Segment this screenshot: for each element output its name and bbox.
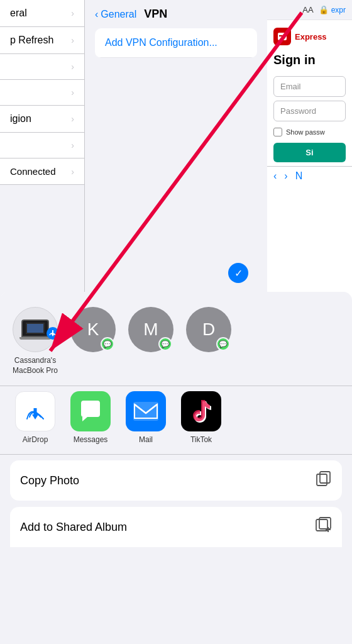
express-panel: AA 🔒 expr Express Sign in Email Password… — [267, 0, 352, 302]
airdrop-label: AirDrop — [23, 435, 48, 444]
person-item-d[interactable]: D 💬 — [184, 307, 234, 356]
settings-chevron: › — [71, 167, 74, 177]
airdrop-app-icon — [15, 391, 55, 431]
vpn-header: ‹ General VPN — [85, 0, 267, 28]
svg-rect-8 — [320, 472, 330, 483]
people-row: Cassandra'sMacBook Pro K 💬 M 💬 — [10, 302, 342, 386]
copy-photo-row[interactable]: Copy Photo — [10, 460, 342, 501]
settings-item-label: eral — [10, 8, 27, 19]
person-initial-d: D — [202, 319, 215, 340]
settings-item-label: igion — [10, 113, 31, 125]
settings-chevron: › — [71, 35, 74, 45]
nav-forward-button[interactable]: › — [284, 170, 287, 182]
show-password-label: Show passw — [286, 128, 325, 136]
lock-icon: 🔒 — [319, 5, 329, 14]
connected-label: Connected — [10, 166, 56, 177]
tiktok-label: TikTok — [190, 435, 212, 444]
share-sheet-inner: Cassandra'sMacBook Pro K 💬 M 💬 — [0, 292, 352, 557]
settings-connected[interactable]: Connected › — [0, 158, 84, 185]
macbook-screen — [21, 319, 49, 337]
app-item-airdrop[interactable]: AirDrop — [10, 391, 60, 444]
person-item-k[interactable]: K 💬 — [68, 307, 118, 356]
vpn-connected-checkmark: ✓ — [228, 263, 248, 283]
add-vpn-config-button[interactable]: Add VPN Configuration... — [95, 28, 257, 58]
person-item-m[interactable]: M 💬 — [126, 307, 176, 356]
settings-item-label: p Refresh — [10, 35, 53, 46]
vpn-empty-area — [85, 58, 267, 234]
express-logo-text: Express — [295, 32, 327, 42]
person-name-macbook: Cassandra'sMacBook Pro — [13, 356, 58, 375]
express-signin-title: Sign in — [267, 48, 352, 72]
browser-nav: ‹ › N — [267, 166, 352, 186]
settings-item-6[interactable]: › — [0, 133, 84, 158]
svg-rect-1 — [279, 35, 285, 36]
messages-icon: 💬 — [161, 340, 170, 348]
share-sheet: Cassandra'sMacBook Pro K 💬 M 💬 — [0, 292, 352, 644]
apps-row: AirDrop Messages — [10, 386, 342, 454]
settings-chevron: › — [71, 87, 74, 97]
add-to-album-label: Add to Shared Album — [20, 521, 127, 534]
vpn-back-label: General — [101, 9, 136, 20]
message-badge-m: 💬 — [158, 337, 172, 351]
macbook-avatar — [13, 307, 58, 352]
express-logo-icon — [273, 28, 291, 45]
copy-photo-label: Copy Photo — [20, 474, 79, 487]
vpn-title: VPN — [144, 8, 167, 21]
svg-rect-7 — [317, 474, 327, 486]
copy-photo-icon — [316, 470, 332, 491]
add-to-album-icon — [316, 517, 332, 537]
nav-back-button[interactable]: ‹ — [273, 170, 277, 182]
show-password-row: Show passw — [267, 125, 352, 139]
express-logo: Express — [267, 20, 352, 48]
messages-label: Messages — [74, 435, 108, 444]
settings-chevron: › — [71, 8, 74, 18]
action-rows: Copy Photo Add to Shared Album — [10, 460, 342, 547]
back-chevron-icon: ‹ — [95, 9, 98, 20]
add-to-album-row[interactable]: Add to Shared Album — [10, 507, 342, 547]
mail-app-icon — [126, 391, 166, 431]
settings-chevron: › — [71, 114, 74, 124]
password-input[interactable]: Password — [273, 101, 346, 121]
settings-item-4[interactable]: › — [0, 80, 84, 106]
browser-top-bar: AA 🔒 expr — [267, 0, 352, 20]
show-password-checkbox[interactable] — [273, 128, 282, 136]
message-badge-k: 💬 — [101, 337, 114, 351]
sign-in-button[interactable]: Si — [273, 143, 346, 162]
settings-chevron: › — [71, 140, 74, 150]
settings-item-3[interactable]: › — [0, 54, 84, 80]
app-item-tiktok[interactable]: TikTok — [176, 391, 226, 444]
nav-label: N — [295, 170, 303, 182]
app-item-messages[interactable]: Messages — [65, 391, 116, 444]
person-item-macbook[interactable]: Cassandra'sMacBook Pro — [10, 307, 60, 375]
url-text[interactable]: expr — [331, 6, 346, 14]
person-initial-m: M — [143, 319, 158, 340]
vpn-config-section: Add VPN Configuration... — [95, 28, 257, 58]
person-avatar-d: D 💬 — [186, 307, 231, 352]
svg-rect-3 — [27, 324, 43, 333]
airdrop-waves-icon — [46, 325, 60, 345]
messages-app-icon — [70, 391, 111, 431]
vpn-back-button[interactable]: ‹ General — [95, 9, 136, 20]
message-badge-d: 💬 — [216, 337, 230, 351]
settings-item-region[interactable]: igion › — [0, 106, 84, 133]
aa-button[interactable]: AA — [302, 5, 313, 14]
settings-item-general[interactable]: eral › — [0, 0, 84, 27]
person-initial-k: K — [87, 319, 99, 340]
settings-panel: eral › p Refresh › › › igion › › Connect… — [0, 0, 85, 302]
settings-item-refresh[interactable]: p Refresh › — [0, 27, 84, 54]
email-input[interactable]: Email — [273, 76, 346, 97]
settings-chevron: › — [71, 62, 74, 72]
messages-icon: 💬 — [103, 340, 112, 348]
mail-label: Mail — [139, 435, 153, 444]
vpn-panel: ‹ General VPN Add VPN Configuration... ✓ — [85, 0, 267, 302]
messages-icon: 💬 — [219, 340, 228, 348]
app-item-mail[interactable]: Mail — [121, 391, 171, 444]
checkmark-icon: ✓ — [234, 267, 243, 279]
person-avatar-k: K 💬 — [70, 307, 116, 352]
divider-2 — [0, 454, 352, 455]
tiktok-app-icon — [181, 391, 221, 431]
person-avatar-m: M 💬 — [128, 307, 173, 352]
